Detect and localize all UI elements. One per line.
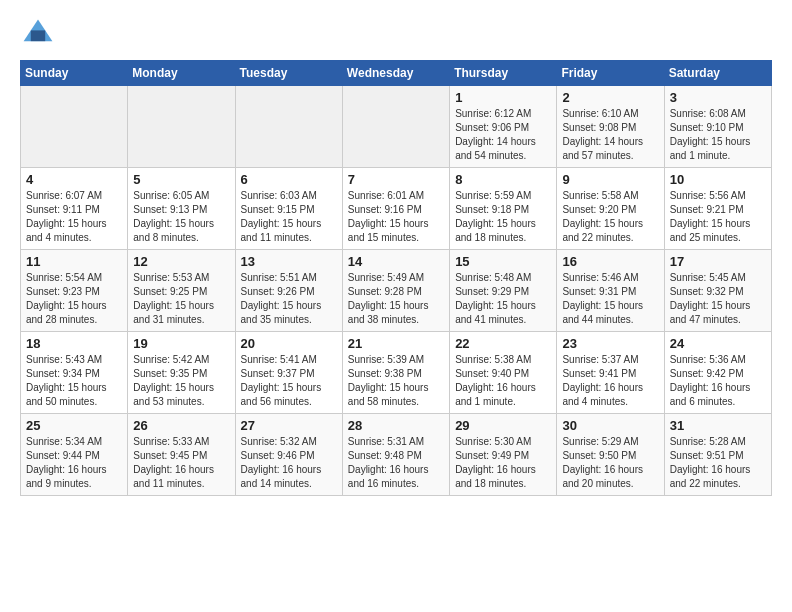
calendar-cell: 18Sunrise: 5:43 AM Sunset: 9:34 PM Dayli… — [21, 332, 128, 414]
day-number: 19 — [133, 336, 229, 351]
day-number: 17 — [670, 254, 766, 269]
day-number: 13 — [241, 254, 337, 269]
day-info: Sunrise: 5:53 AM Sunset: 9:25 PM Dayligh… — [133, 271, 229, 327]
calendar-cell: 13Sunrise: 5:51 AM Sunset: 9:26 PM Dayli… — [235, 250, 342, 332]
day-number: 18 — [26, 336, 122, 351]
calendar-cell: 3Sunrise: 6:08 AM Sunset: 9:10 PM Daylig… — [664, 86, 771, 168]
day-number: 22 — [455, 336, 551, 351]
day-number: 2 — [562, 90, 658, 105]
week-row-5: 25Sunrise: 5:34 AM Sunset: 9:44 PM Dayli… — [21, 414, 772, 496]
day-number: 29 — [455, 418, 551, 433]
day-info: Sunrise: 6:07 AM Sunset: 9:11 PM Dayligh… — [26, 189, 122, 245]
svg-rect-2 — [31, 30, 45, 41]
calendar-cell: 8Sunrise: 5:59 AM Sunset: 9:18 PM Daylig… — [450, 168, 557, 250]
day-number: 12 — [133, 254, 229, 269]
calendar-cell: 24Sunrise: 5:36 AM Sunset: 9:42 PM Dayli… — [664, 332, 771, 414]
day-info: Sunrise: 5:54 AM Sunset: 9:23 PM Dayligh… — [26, 271, 122, 327]
calendar-cell: 10Sunrise: 5:56 AM Sunset: 9:21 PM Dayli… — [664, 168, 771, 250]
day-number: 9 — [562, 172, 658, 187]
day-info: Sunrise: 5:30 AM Sunset: 9:49 PM Dayligh… — [455, 435, 551, 491]
day-number: 11 — [26, 254, 122, 269]
day-number: 1 — [455, 90, 551, 105]
weekday-header-tuesday: Tuesday — [235, 61, 342, 86]
calendar-cell: 20Sunrise: 5:41 AM Sunset: 9:37 PM Dayli… — [235, 332, 342, 414]
day-info: Sunrise: 5:42 AM Sunset: 9:35 PM Dayligh… — [133, 353, 229, 409]
logo-icon — [20, 16, 56, 52]
calendar-cell: 16Sunrise: 5:46 AM Sunset: 9:31 PM Dayli… — [557, 250, 664, 332]
calendar-cell: 7Sunrise: 6:01 AM Sunset: 9:16 PM Daylig… — [342, 168, 449, 250]
day-info: Sunrise: 5:36 AM Sunset: 9:42 PM Dayligh… — [670, 353, 766, 409]
calendar-cell: 30Sunrise: 5:29 AM Sunset: 9:50 PM Dayli… — [557, 414, 664, 496]
day-number: 8 — [455, 172, 551, 187]
day-info: Sunrise: 5:49 AM Sunset: 9:28 PM Dayligh… — [348, 271, 444, 327]
day-info: Sunrise: 5:32 AM Sunset: 9:46 PM Dayligh… — [241, 435, 337, 491]
day-number: 16 — [562, 254, 658, 269]
calendar-cell: 1Sunrise: 6:12 AM Sunset: 9:06 PM Daylig… — [450, 86, 557, 168]
day-info: Sunrise: 5:45 AM Sunset: 9:32 PM Dayligh… — [670, 271, 766, 327]
calendar-cell: 4Sunrise: 6:07 AM Sunset: 9:11 PM Daylig… — [21, 168, 128, 250]
weekday-header-sunday: Sunday — [21, 61, 128, 86]
day-info: Sunrise: 5:31 AM Sunset: 9:48 PM Dayligh… — [348, 435, 444, 491]
calendar-cell: 22Sunrise: 5:38 AM Sunset: 9:40 PM Dayli… — [450, 332, 557, 414]
day-info: Sunrise: 5:37 AM Sunset: 9:41 PM Dayligh… — [562, 353, 658, 409]
calendar-cell: 9Sunrise: 5:58 AM Sunset: 9:20 PM Daylig… — [557, 168, 664, 250]
day-number: 21 — [348, 336, 444, 351]
calendar-cell: 21Sunrise: 5:39 AM Sunset: 9:38 PM Dayli… — [342, 332, 449, 414]
calendar-cell — [128, 86, 235, 168]
day-info: Sunrise: 6:05 AM Sunset: 9:13 PM Dayligh… — [133, 189, 229, 245]
logo — [20, 16, 62, 52]
page-header — [20, 16, 772, 52]
calendar-cell: 29Sunrise: 5:30 AM Sunset: 9:49 PM Dayli… — [450, 414, 557, 496]
calendar-cell: 26Sunrise: 5:33 AM Sunset: 9:45 PM Dayli… — [128, 414, 235, 496]
day-number: 24 — [670, 336, 766, 351]
day-info: Sunrise: 5:58 AM Sunset: 9:20 PM Dayligh… — [562, 189, 658, 245]
calendar-cell: 17Sunrise: 5:45 AM Sunset: 9:32 PM Dayli… — [664, 250, 771, 332]
day-info: Sunrise: 5:43 AM Sunset: 9:34 PM Dayligh… — [26, 353, 122, 409]
calendar-cell — [342, 86, 449, 168]
day-number: 4 — [26, 172, 122, 187]
calendar-body: 1Sunrise: 6:12 AM Sunset: 9:06 PM Daylig… — [21, 86, 772, 496]
day-info: Sunrise: 6:03 AM Sunset: 9:15 PM Dayligh… — [241, 189, 337, 245]
day-info: Sunrise: 5:29 AM Sunset: 9:50 PM Dayligh… — [562, 435, 658, 491]
day-info: Sunrise: 5:56 AM Sunset: 9:21 PM Dayligh… — [670, 189, 766, 245]
week-row-3: 11Sunrise: 5:54 AM Sunset: 9:23 PM Dayli… — [21, 250, 772, 332]
calendar-cell: 23Sunrise: 5:37 AM Sunset: 9:41 PM Dayli… — [557, 332, 664, 414]
day-info: Sunrise: 5:33 AM Sunset: 9:45 PM Dayligh… — [133, 435, 229, 491]
day-info: Sunrise: 5:59 AM Sunset: 9:18 PM Dayligh… — [455, 189, 551, 245]
day-number: 6 — [241, 172, 337, 187]
day-info: Sunrise: 5:38 AM Sunset: 9:40 PM Dayligh… — [455, 353, 551, 409]
day-number: 15 — [455, 254, 551, 269]
calendar-cell: 25Sunrise: 5:34 AM Sunset: 9:44 PM Dayli… — [21, 414, 128, 496]
calendar-header: SundayMondayTuesdayWednesdayThursdayFrid… — [21, 61, 772, 86]
calendar-cell: 19Sunrise: 5:42 AM Sunset: 9:35 PM Dayli… — [128, 332, 235, 414]
day-number: 28 — [348, 418, 444, 433]
calendar-cell: 2Sunrise: 6:10 AM Sunset: 9:08 PM Daylig… — [557, 86, 664, 168]
weekday-header-thursday: Thursday — [450, 61, 557, 86]
calendar-cell: 28Sunrise: 5:31 AM Sunset: 9:48 PM Dayli… — [342, 414, 449, 496]
calendar-cell — [235, 86, 342, 168]
day-number: 23 — [562, 336, 658, 351]
calendar-cell: 31Sunrise: 5:28 AM Sunset: 9:51 PM Dayli… — [664, 414, 771, 496]
weekday-header-friday: Friday — [557, 61, 664, 86]
day-number: 3 — [670, 90, 766, 105]
day-info: Sunrise: 5:48 AM Sunset: 9:29 PM Dayligh… — [455, 271, 551, 327]
day-number: 26 — [133, 418, 229, 433]
calendar-cell: 14Sunrise: 5:49 AM Sunset: 9:28 PM Dayli… — [342, 250, 449, 332]
weekday-header-wednesday: Wednesday — [342, 61, 449, 86]
day-info: Sunrise: 6:08 AM Sunset: 9:10 PM Dayligh… — [670, 107, 766, 163]
calendar-cell: 6Sunrise: 6:03 AM Sunset: 9:15 PM Daylig… — [235, 168, 342, 250]
day-info: Sunrise: 6:01 AM Sunset: 9:16 PM Dayligh… — [348, 189, 444, 245]
day-number: 5 — [133, 172, 229, 187]
calendar-table: SundayMondayTuesdayWednesdayThursdayFrid… — [20, 60, 772, 496]
calendar-cell: 27Sunrise: 5:32 AM Sunset: 9:46 PM Dayli… — [235, 414, 342, 496]
week-row-4: 18Sunrise: 5:43 AM Sunset: 9:34 PM Dayli… — [21, 332, 772, 414]
day-info: Sunrise: 6:10 AM Sunset: 9:08 PM Dayligh… — [562, 107, 658, 163]
weekday-header-monday: Monday — [128, 61, 235, 86]
calendar-cell: 15Sunrise: 5:48 AM Sunset: 9:29 PM Dayli… — [450, 250, 557, 332]
day-number: 25 — [26, 418, 122, 433]
calendar-cell — [21, 86, 128, 168]
day-info: Sunrise: 5:41 AM Sunset: 9:37 PM Dayligh… — [241, 353, 337, 409]
day-info: Sunrise: 5:34 AM Sunset: 9:44 PM Dayligh… — [26, 435, 122, 491]
calendar-cell: 5Sunrise: 6:05 AM Sunset: 9:13 PM Daylig… — [128, 168, 235, 250]
weekday-header-saturday: Saturday — [664, 61, 771, 86]
